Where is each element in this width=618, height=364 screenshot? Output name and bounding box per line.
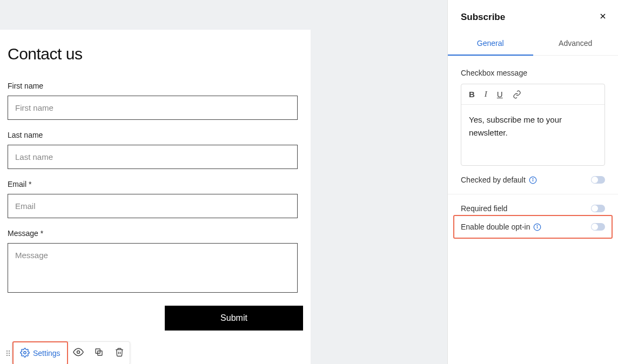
tab-advanced-label: Advanced [559, 39, 592, 48]
double-optin-label: Enable double opt-in [461, 223, 530, 231]
last-name-label: Last name [8, 131, 303, 139]
close-button[interactable] [599, 12, 607, 23]
panel-tabs: General Advanced [448, 32, 618, 56]
info-icon[interactable] [533, 223, 541, 231]
option-checked-default: Checked by default [461, 166, 605, 194]
form-title: Contact us [8, 45, 303, 63]
message-input[interactable] [8, 243, 298, 293]
gear-icon [20, 348, 30, 359]
rich-text-editor: B I U Yes, subscribe me to your newslett… [461, 84, 605, 166]
link-icon [513, 90, 521, 99]
panel-body: Checkbox message B I U Yes, subscribe me… [448, 56, 618, 239]
required-field-label: Required field [461, 204, 507, 213]
tab-general[interactable]: General [448, 32, 533, 55]
delete-button[interactable] [109, 342, 130, 364]
form-panel: Contact us First name Last name Email * … [0, 30, 311, 364]
submit-button[interactable]: Submit [165, 306, 303, 331]
link-button[interactable] [513, 90, 521, 99]
email-label: Email * [8, 180, 303, 188]
settings-panel: Subscribe General Advanced Checkbox mess… [447, 0, 618, 364]
required-field-toggle[interactable] [591, 205, 605, 212]
svg-point-7 [537, 225, 538, 226]
preview-button[interactable] [68, 342, 89, 364]
close-icon [599, 13, 607, 22]
bold-button[interactable]: B [469, 90, 475, 99]
email-input[interactable] [8, 194, 298, 218]
double-optin-toggle[interactable] [591, 223, 605, 231]
first-name-input[interactable] [8, 96, 298, 120]
message-label: Message * [8, 229, 303, 238]
last-name-input[interactable] [8, 145, 298, 169]
info-icon[interactable] [529, 176, 537, 184]
option-double-optin-highlight: Enable double opt-in [453, 215, 613, 239]
drag-handle-icon[interactable] [5, 350, 12, 356]
submit-row: Submit [8, 306, 303, 331]
svg-point-5 [533, 178, 533, 179]
rte-content[interactable]: Yes, subscribe me to your newsletter. [461, 105, 604, 165]
eye-icon [73, 347, 84, 360]
tab-advanced[interactable]: Advanced [533, 32, 619, 55]
settings-button[interactable]: Settings [14, 342, 67, 364]
element-toolbar: Settings [5, 341, 130, 364]
panel-header: Subscribe [448, 0, 618, 32]
panel-title: Subscribe [461, 12, 505, 23]
bold-icon: B [469, 90, 475, 99]
field-email: Email * [8, 180, 303, 218]
svg-point-1 [77, 351, 79, 354]
first-name-label: First name [8, 82, 303, 90]
rte-toolbar: B I U [461, 84, 604, 105]
field-message: Message * [8, 229, 303, 295]
trash-icon [115, 347, 124, 359]
checked-default-label: Checked by default [461, 176, 526, 184]
svg-point-0 [24, 351, 26, 354]
checkbox-message-label: Checkbox message [461, 69, 605, 77]
field-last-name: Last name [8, 131, 303, 169]
settings-button-label: Settings [33, 349, 61, 358]
copy-icon [94, 347, 104, 359]
duplicate-button[interactable] [89, 342, 109, 364]
tab-general-label: General [477, 39, 504, 48]
field-first-name: First name [8, 82, 303, 120]
italic-icon: I [485, 90, 487, 99]
checked-default-toggle[interactable] [591, 176, 605, 184]
option-required-field: Required field [461, 194, 605, 216]
underline-icon: U [497, 90, 503, 99]
italic-button[interactable]: I [485, 90, 487, 99]
underline-button[interactable]: U [497, 90, 503, 99]
settings-button-highlight: Settings [12, 341, 68, 364]
